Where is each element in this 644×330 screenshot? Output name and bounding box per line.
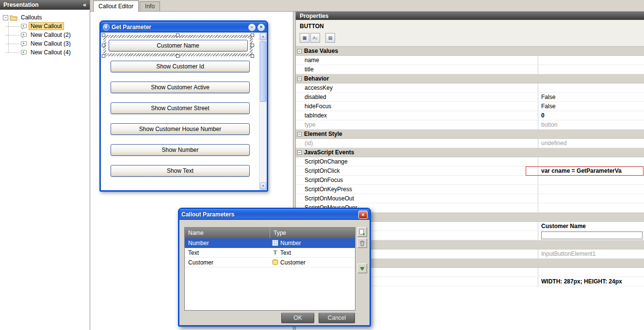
property-row[interactable]: ScriptOnFocus (296, 176, 644, 185)
property-row[interactable]: name (296, 56, 644, 65)
tree-item-label: New Callout (3) (29, 40, 73, 48)
properties-subheader: BUTTON ▦ A↓ ▤ (296, 20, 644, 47)
selection-handle[interactable] (102, 44, 105, 47)
form-button-customer-name[interactable]: Customer Name (109, 40, 248, 51)
scroll-down-icon[interactable]: ▼ (260, 182, 266, 190)
property-pages-icon[interactable]: ▤ (325, 33, 335, 43)
property-name: ScriptOnMouseOut (296, 194, 538, 203)
column-header-type: Type (270, 228, 355, 238)
property-row[interactable]: ScriptOnMouseOut (296, 194, 644, 203)
tree-item-new-callout[interactable]: New Callout (3, 22, 90, 31)
add-parameter-button[interactable] (357, 227, 367, 237)
property-name: name (296, 56, 538, 65)
property-category-row[interactable]: −JavaScript Events (296, 148, 644, 157)
category-label: JavaScript Events (304, 149, 354, 156)
tree-item-new-callout-3[interactable]: New Callout (3) (3, 39, 90, 48)
form-button-show-number[interactable]: Show Number (111, 144, 250, 156)
tree-expander-icon[interactable]: − (3, 15, 8, 20)
ok-button[interactable]: OK (281, 313, 314, 323)
categorized-icon[interactable]: ▦ (300, 33, 309, 43)
form-button-show-text[interactable]: Show Text (111, 165, 250, 177)
customer-type-icon (272, 259, 278, 265)
selection-handle[interactable] (251, 54, 254, 58)
property-value: Customer Name (538, 222, 644, 231)
info-icon: i (103, 24, 110, 31)
table-row-number[interactable]: Number Number (185, 238, 355, 248)
collapse-panel-icon[interactable]: « (83, 1, 86, 8)
property-row[interactable]: accessKey (296, 83, 644, 93)
param-name: Text (185, 249, 270, 256)
selection-frame[interactable]: Customer Name (103, 35, 253, 56)
close-icon[interactable]: × (358, 211, 368, 219)
form-button-show-customer-street[interactable]: Show Customer Street (111, 102, 250, 114)
close-button[interactable]: × (258, 24, 265, 31)
cancel-button[interactable]: Cancel (319, 313, 355, 323)
property-value-input[interactable] (541, 231, 643, 239)
scroll-up-icon[interactable]: ▲ (260, 33, 266, 40)
collapse-icon[interactable]: − (297, 77, 302, 81)
minimize-button[interactable]: − (248, 24, 256, 31)
get-parameter-body: Customer Name Show Customer Id Show Cust… (101, 33, 267, 190)
property-name: title (296, 65, 538, 74)
get-parameter-titlebar[interactable]: i Get Parameter − × (101, 22, 267, 33)
tree-item-new-callout-2[interactable]: New Callout (2) (3, 31, 90, 39)
property-row[interactable]: (id)undefined (296, 139, 644, 148)
form-button-show-customer-id[interactable]: Show Customer Id (111, 61, 250, 72)
property-row[interactable]: typebutton (296, 120, 644, 130)
tree-root-label: Callouts (19, 14, 44, 21)
callout-tree: − Callouts New Callout New Callout (2) N… (0, 10, 90, 57)
property-row[interactable]: ScriptOnChange (296, 157, 644, 166)
table-row-customer[interactable]: Customer Customer (185, 258, 355, 267)
properties-panel-title: Properties (300, 13, 640, 19)
property-name: disabled (296, 93, 538, 101)
sort-alphabetical-icon[interactable]: A↓ (310, 33, 320, 43)
param-name: Customer (185, 259, 270, 266)
property-category-row[interactable]: −Behavior (296, 74, 644, 83)
property-row[interactable]: ScriptOnKeyPress (296, 185, 644, 194)
property-row[interactable]: hideFocusFalse (296, 102, 644, 111)
move-down-button[interactable] (357, 264, 367, 273)
param-name: Number (185, 240, 270, 247)
selection-handle[interactable] (102, 33, 105, 37)
param-type-label: Customer (280, 259, 306, 266)
property-category-row[interactable]: −Base Values (296, 47, 644, 56)
callout-icon (20, 40, 27, 47)
presentation-panel: Presentation « − Callouts New Callout Ne… (0, 0, 90, 330)
property-value: 0 (538, 111, 644, 120)
property-row[interactable]: disabledFalse (296, 93, 644, 102)
form-button-show-customer-active[interactable]: Show Customer Active (111, 82, 250, 93)
callout-parameters-body: Name Type Number Number Text T Text Cust… (179, 220, 370, 325)
text-type-icon: T (272, 249, 278, 256)
property-row[interactable]: tabIndex0 (296, 111, 644, 120)
selection-handle[interactable] (176, 54, 179, 58)
collapse-icon[interactable]: − (297, 49, 302, 53)
selection-handle[interactable] (251, 33, 254, 37)
property-name: tabIndex (296, 111, 538, 120)
scrollbar-thumb[interactable] (260, 41, 266, 102)
collapse-icon[interactable]: − (297, 132, 302, 136)
table-row-text[interactable]: Text T Text (185, 248, 355, 258)
selection-handle[interactable] (251, 44, 254, 47)
selection-handle[interactable] (102, 54, 105, 58)
presentation-panel-title: Presentation (3, 1, 83, 8)
tree-item-new-callout-4[interactable]: New Callout (4) (3, 48, 90, 57)
callout-parameters-titlebar[interactable]: Callout Parameters × (179, 209, 370, 220)
property-row-script-on-click[interactable]: ScriptOnClickvar cname = GetParameterVa (296, 166, 644, 176)
param-type: T Text (270, 249, 355, 256)
tree-root-callouts[interactable]: − Callouts (3, 13, 90, 22)
callout-icon (20, 32, 27, 38)
selection-handle[interactable] (176, 33, 179, 37)
tree-item-label: New Callout (4) (29, 49, 73, 56)
property-value (538, 65, 644, 74)
property-row[interactable]: title (296, 65, 644, 74)
param-type-label: Text (280, 249, 291, 256)
form-button-show-customer-house-number[interactable]: Show Customer House Number (111, 123, 250, 135)
collapse-icon[interactable]: − (297, 150, 302, 155)
delete-parameter-button[interactable] (357, 238, 367, 248)
property-value (538, 194, 644, 203)
property-category-row[interactable]: −Element Style (296, 130, 644, 139)
tab-callout-editor[interactable]: Callout Editor (93, 0, 139, 12)
tab-info[interactable]: Info (140, 1, 160, 11)
arrow-down-icon (359, 265, 366, 272)
vertical-scrollbar[interactable]: ▲ ▼ (259, 33, 267, 190)
